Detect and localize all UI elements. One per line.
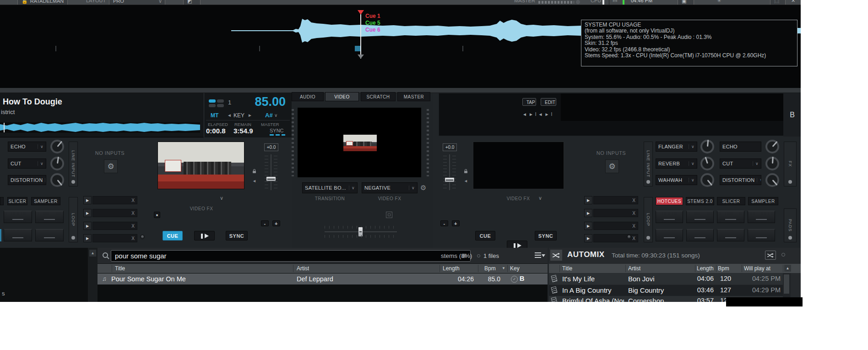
deck-a-fx-slot-3[interactable]: DISTORTION∨ [8, 175, 46, 185]
deck-a-overview-waveform[interactable] [0, 122, 200, 133]
deck-b-video-thumbnail[interactable] [473, 142, 564, 189]
deck-b-fx-slot-5[interactable]: CUT∨ [720, 159, 761, 169]
deck-a-pad[interactable] [35, 211, 64, 223]
table-row[interactable]: It's My Life Bon Jovi 04:06 120 04:25 PM [549, 273, 783, 284]
effects-star-icon[interactable]: ✳ [717, 0, 721, 5]
automix-dot-icon[interactable] [781, 253, 785, 257]
deck-b-cue-button[interactable]: CUE [475, 231, 495, 241]
sample-play-button[interactable]: ▶ [584, 196, 592, 204]
deck-b-fx-strip[interactable]: FX [784, 142, 797, 186]
x-close-icon[interactable]: X [131, 224, 135, 229]
deck-b-volume-fader[interactable] [445, 177, 455, 182]
deck-b-loop-strip[interactable]: LOOP [644, 197, 653, 242]
deck-a-fx-knob-3[interactable] [50, 173, 64, 187]
cue-6-label[interactable]: Cue 6 [365, 27, 380, 33]
pip-window-icon[interactable]: ▣ [678, 0, 694, 5]
browser-sidebar[interactable]: s [0, 248, 88, 302]
sample-slot[interactable]: X [92, 209, 137, 217]
deck-a-video-thumbnail[interactable] [157, 142, 244, 189]
sample-slot[interactable]: X [593, 209, 638, 217]
deck-b-pad[interactable] [686, 211, 714, 223]
sample-play-button[interactable]: ▶ [584, 209, 592, 217]
grab-icon[interactable]: ⿴ [770, 0, 786, 5]
tab-master[interactable]: MASTER [397, 92, 430, 101]
automix-icon-button[interactable] [550, 250, 562, 261]
profile-button[interactable]: 🔓RATADELMAN [17, 0, 68, 5]
deck-a-play-button[interactable] [194, 231, 215, 241]
col-title[interactable]: Title [562, 265, 572, 272]
deck-a-tab-slicer[interactable]: SLICER [7, 197, 27, 205]
deck-a-zoom-in-button[interactable]: + [272, 220, 280, 226]
rhythm-wave-area[interactable]: Cue 1 Cue 5 Cue 6 SYSTEM CPU USAGE (from… [0, 5, 801, 88]
pip-icon[interactable] [386, 212, 392, 218]
deck-a-pad-tab-partial[interactable] [0, 197, 4, 205]
deck-b-tab-sampler[interactable]: SAMPLER [748, 197, 778, 205]
deck-b-fx-knob-2[interactable] [700, 157, 714, 170]
sample-slot[interactable]: X [593, 196, 638, 204]
deck-b-tab-slicer[interactable]: SLICER [717, 197, 745, 205]
x-close-icon[interactable]: X [632, 198, 635, 203]
deck-b-letter[interactable]: B [783, 93, 801, 137]
search-input[interactable] [111, 250, 471, 262]
table-row[interactable]: ♫ Pour Some Sugar On Me Def Leppard 04:2… [98, 273, 548, 284]
sample-play-button[interactable]: ▶ [584, 222, 592, 230]
sample-play-button[interactable]: ▶ [83, 234, 92, 242]
transition-select[interactable]: SATELLITE BO...∨ [302, 182, 358, 193]
deck-a-volume-fader[interactable] [266, 176, 276, 181]
mini-knob[interactable] [627, 235, 631, 239]
deck-a-pad[interactable] [35, 229, 64, 241]
scroll-thumb[interactable] [784, 274, 789, 294]
deck-b-sync-button[interactable]: SYNC [535, 231, 557, 241]
x-close-icon[interactable]: X [632, 236, 635, 241]
gear-icon[interactable]: ⚙ [420, 184, 426, 192]
deck-b-fx-knob-3[interactable] [700, 173, 714, 187]
deck-a-fx-knob-1[interactable] [50, 140, 64, 153]
deck-a-tab-sampler[interactable]: SAMPLER [31, 197, 60, 205]
deck-b-fx-knob-1[interactable] [700, 140, 714, 153]
deck-b-pads-strip[interactable]: PADS [784, 208, 797, 242]
table-row[interactable]: In A Big Country Big Country 03:46 127 0… [549, 285, 783, 296]
deck-b-fx-slot-3[interactable]: WAHWAH∨ [656, 175, 697, 185]
automix-shuffle-button[interactable] [765, 251, 776, 260]
deck-a-bpm-value[interactable]: 85.00 [204, 95, 286, 109]
mini-knob[interactable] [140, 235, 145, 239]
deck-b-pad[interactable] [656, 211, 683, 223]
deck-b-fx-slot-6[interactable]: DISTORTION∨ [720, 175, 761, 185]
stop-button[interactable]: ■ [154, 212, 160, 218]
tap-button[interactable]: TAP [522, 98, 536, 106]
col-bpm[interactable]: Bpm [484, 265, 496, 272]
deck-b-tab-hotcues[interactable]: HOTCUES [656, 197, 683, 205]
chevron-down-icon[interactable]: ∨ [274, 113, 277, 118]
deck-a-key-value[interactable]: A# [265, 112, 273, 119]
deck-b-fx-slot-1[interactable]: FLANGER∨ [656, 142, 697, 152]
key-down-arrow[interactable]: ◄ [227, 113, 232, 118]
play-icon[interactable]: ► [529, 112, 535, 117]
deck-b-fx-slot-4[interactable]: ECHO [720, 142, 761, 152]
deck-b-line-input-strip[interactable]: LINE INPUT [644, 142, 653, 186]
scroll-up-button[interactable]: ▲ [784, 265, 791, 272]
tab-scratch[interactable]: SCRATCH [361, 92, 396, 101]
deck-b-pad[interactable] [748, 211, 775, 223]
sync-status-label[interactable]: SYNC [270, 128, 284, 133]
sample-slot[interactable]: X [92, 234, 137, 242]
lock-icon[interactable] [464, 171, 467, 173]
tab-audio[interactable]: AUDIO [292, 92, 324, 101]
dotted-handle-left[interactable] [292, 109, 294, 176]
col-length[interactable]: Length [697, 265, 714, 272]
deck-a-videofx-chevron[interactable]: ∨ [220, 195, 223, 201]
prev-icon[interactable]: ◄ [522, 112, 529, 117]
col-artist[interactable]: Artist [628, 265, 640, 272]
deck-a-gain-value[interactable]: +0.0 [264, 143, 278, 151]
deck-a-cue-button[interactable]: CUE [163, 231, 183, 241]
col-key[interactable]: Key [510, 265, 520, 272]
transport-controls[interactable]: ◄►Ι◄►Ι [522, 112, 554, 117]
cue-1-label[interactable]: Cue 1 [365, 13, 380, 19]
deck-b-pad[interactable] [748, 229, 775, 241]
deck-b-zoom-out-button[interactable]: - [440, 220, 448, 226]
col-will-play[interactable]: Will play at [744, 265, 770, 272]
deck-a-pad[interactable] [4, 211, 32, 223]
lock-icon[interactable] [253, 171, 256, 173]
stems-cube-icon[interactable]: ◩ [183, 0, 201, 5]
deck-b-zoom-in-button[interactable]: + [452, 220, 460, 226]
deck-a-mt-toggle[interactable]: MT [211, 112, 218, 119]
